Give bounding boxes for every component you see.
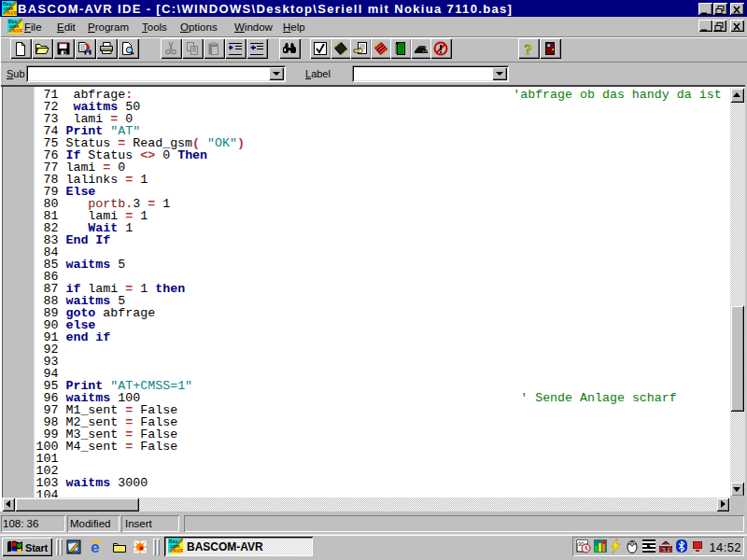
svg-text:?: ? [525, 41, 533, 56]
svg-text:AVR: AVR [173, 548, 183, 553]
svg-text:5.1: 5.1 [663, 547, 669, 553]
svg-text:AVR: AVR [12, 28, 22, 34]
svg-text:AVR: AVR [7, 10, 17, 16]
